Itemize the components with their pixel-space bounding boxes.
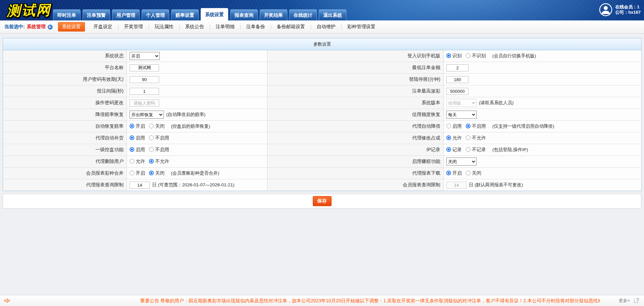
save-button[interactable]: 保存	[313, 196, 332, 206]
radio-option[interactable]: 启用	[446, 123, 462, 129]
setting-label: 登入识别手机版	[267, 50, 443, 62]
setting-hint-text: (会员查账彩种是否合并)	[171, 171, 219, 176]
setting-input[interactable]	[446, 182, 466, 189]
nav-tab-10[interactable]: 退出系统	[319, 9, 346, 20]
subnav-item-5[interactable]: 系统公告	[180, 24, 210, 30]
radio-option[interactable]: 不记录	[466, 147, 486, 152]
subnav-item-6[interactable]: 注单明细	[210, 24, 240, 30]
setting-select[interactable]: 每天	[446, 111, 477, 119]
settings-row: 系统状态开启登入识别手机版识别不识别(会员自行切换手机版)	[3, 50, 642, 62]
subnav-item-4[interactable]: 玩法属性	[149, 24, 179, 30]
setting-input[interactable]	[130, 100, 159, 107]
radio-label: 开启	[136, 123, 145, 129]
radio-option[interactable]: 允许	[130, 159, 145, 164]
radio-selected-icon[interactable]	[130, 124, 134, 128]
setting-select[interactable]: 关闭	[446, 158, 477, 166]
radio-selected-icon[interactable]	[149, 171, 154, 175]
setting-control-cell: 开出即恢复(自动降倍后的赔率)	[127, 109, 267, 121]
setting-hint-text: (仅支持一级代理启用自动降倍)	[492, 124, 554, 129]
setting-select[interactable]: 开出即恢复	[130, 111, 164, 119]
subnav-item-1[interactable]: 系统设置	[58, 22, 85, 32]
radio-option[interactable]: 关闭	[466, 170, 481, 176]
radio-unselected-icon[interactable]	[149, 147, 154, 152]
nav-tab-8[interactable]: 开奖结果	[260, 9, 287, 20]
section-arrow-icon[interactable]: ▶	[48, 24, 53, 29]
radio-selected-icon[interactable]	[446, 135, 451, 140]
setting-hint-text: (请联系系统人员)	[479, 100, 514, 105]
nav-tab-7[interactable]: 报表查询	[230, 9, 258, 20]
radio-selected-icon[interactable]	[466, 124, 470, 128]
setting-control-cell	[127, 85, 267, 97]
radio-selected-icon[interactable]	[446, 147, 451, 152]
setting-hint-text: (会员自行切换手机版)	[492, 53, 536, 58]
radio-option[interactable]: 不启用	[149, 147, 169, 152]
setting-control-cell	[444, 74, 642, 85]
setting-input[interactable]	[130, 64, 159, 71]
subnav-item-9[interactable]: 自动维护	[311, 24, 341, 30]
setting-label: 信用额度恢复	[267, 109, 443, 121]
nav-tab-3[interactable]: 用户管理	[112, 9, 140, 20]
radio-option[interactable]: 不启用	[466, 123, 486, 129]
radio-selected-icon[interactable]	[149, 159, 154, 164]
subnav-item-7[interactable]: 注单备份	[241, 24, 271, 30]
more-link[interactable]: 更多>	[618, 295, 630, 306]
setting-input[interactable]	[446, 88, 468, 95]
radio-unselected-icon[interactable]	[130, 171, 134, 175]
setting-input[interactable]	[130, 182, 150, 189]
radio-unselected-icon[interactable]	[466, 147, 470, 152]
setting-label: 一级控盘功能	[3, 144, 127, 156]
popout-icon[interactable]	[634, 298, 639, 303]
setting-label: 平台名称	[3, 62, 127, 74]
radio-option[interactable]: 不允许	[466, 135, 486, 140]
nav-tab-5[interactable]: 赔率设置	[171, 9, 199, 20]
radio-option[interactable]: 识别	[446, 53, 462, 58]
setting-select[interactable]: 开启	[130, 52, 160, 60]
setting-control-cell: 开启	[127, 50, 267, 62]
setting-label: 代理删除用户	[3, 156, 127, 168]
radio-option[interactable]: 关闭	[149, 123, 164, 129]
nav-tab-4[interactable]: 个人管理	[142, 9, 169, 20]
radio-option[interactable]: 不识别	[466, 53, 486, 58]
radio-unselected-icon[interactable]	[446, 124, 451, 128]
setting-input[interactable]	[446, 76, 468, 83]
radio-selected-icon[interactable]	[130, 135, 134, 140]
nav-tab-2[interactable]: 注单预警	[83, 9, 110, 20]
radio-option[interactable]: 开启	[446, 170, 462, 176]
subnav-item-8[interactable]: 备份邮箱设置	[271, 24, 311, 30]
radio-selected-icon[interactable]	[130, 147, 134, 152]
setting-label: 注单最高派彩	[267, 85, 443, 97]
radio-label: 允许	[136, 159, 145, 164]
radio-option[interactable]: 不允许	[149, 159, 169, 164]
radio-unselected-icon[interactable]	[149, 124, 154, 128]
radio-unselected-icon[interactable]	[130, 159, 134, 164]
radio-selected-icon[interactable]	[446, 171, 451, 175]
setting-control-cell: 信用版(请联系系统人员)	[444, 97, 642, 109]
setting-input[interactable]	[130, 76, 159, 83]
radio-unselected-icon[interactable]	[466, 171, 470, 175]
nav-tab-1[interactable]: 即时注单	[53, 9, 81, 20]
setting-control-cell: 开启关闭(会员查账彩种是否合并)	[127, 168, 267, 179]
settings-panel: 参数设置 系统状态开启登入识别手机版识别不识别(会员自行切换手机版)平台名称最低…	[3, 38, 641, 191]
radio-option[interactable]: 开启	[130, 170, 145, 176]
radio-option[interactable]: 关闭	[149, 170, 164, 176]
current-selected-label: 当前选中:	[4, 24, 25, 30]
radio-unselected-icon[interactable]	[466, 135, 470, 140]
radio-option[interactable]: 允许	[446, 135, 462, 140]
setting-label: 投注间隔(秒)	[3, 85, 127, 97]
setting-input[interactable]	[446, 64, 468, 71]
setting-input[interactable]	[130, 88, 159, 95]
setting-select[interactable]: 信用版	[446, 99, 477, 107]
subnav-item-2[interactable]: 开盘设定	[88, 24, 118, 30]
radio-option[interactable]: 启用	[130, 135, 145, 140]
radio-unselected-icon[interactable]	[466, 53, 470, 58]
radio-option[interactable]: 启用	[130, 147, 145, 152]
radio-selected-icon[interactable]	[446, 53, 451, 58]
radio-unselected-icon[interactable]	[149, 135, 154, 140]
subnav-item-10[interactable]: 彩种管理设置	[342, 24, 381, 30]
nav-tab-9[interactable]: 在线统计	[289, 9, 317, 20]
radio-option[interactable]: 开启	[130, 123, 145, 129]
radio-option[interactable]: 记录	[446, 147, 462, 152]
nav-tab-6[interactable]: 系统设置	[201, 8, 228, 20]
subnav-item-3[interactable]: 开奖管理	[118, 24, 149, 30]
radio-option[interactable]: 不启用	[149, 135, 169, 140]
